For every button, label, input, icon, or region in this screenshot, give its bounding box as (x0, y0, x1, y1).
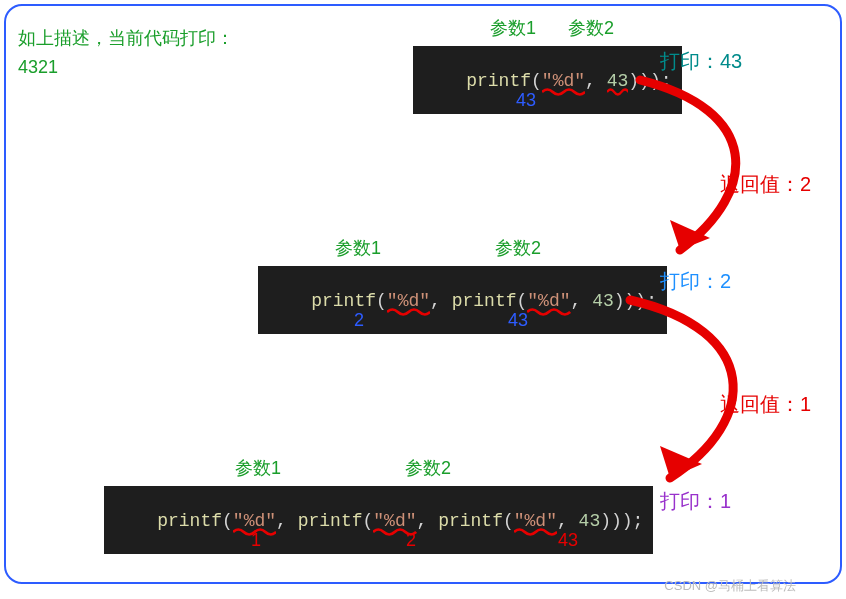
inner-printf-fn: printf (452, 291, 517, 311)
step1-return-value: 2 (800, 173, 811, 195)
step2-below-fmt: 2 (354, 310, 364, 331)
print-prefix: 打印： (660, 490, 720, 512)
step1-below: 43 (516, 90, 536, 111)
code-tail: ))); (614, 291, 657, 311)
step2-code: printf("%d", printf("%d", 43))); (258, 266, 667, 334)
step2-print-value: 2 (720, 270, 731, 292)
diagram-stage: 如上描述，当前代码打印： 4321 参数1 参数2 printf("%d", 4… (0, 0, 846, 599)
step3-param2-label: 参数2 (405, 456, 451, 480)
step3-below-3: 43 (558, 530, 578, 551)
step2-param2-label: 参数2 (495, 236, 541, 260)
return-prefix: 返回值： (720, 393, 800, 415)
code-tail: ))); (600, 511, 643, 531)
printf-fn1: printf (157, 511, 222, 531)
description-line1: 如上描述，当前代码打印： (18, 24, 234, 53)
step2-return-value: 1 (800, 393, 811, 415)
step2-return: 返回值：1 (720, 391, 811, 418)
printf-fn: printf (311, 291, 376, 311)
printf-fn: printf (466, 71, 531, 91)
step3-param1-label: 参数1 (235, 456, 281, 480)
step3-print-value: 1 (720, 490, 731, 512)
step2-print: 打印：2 (660, 268, 731, 295)
step1-param1-label: 参数1 (490, 16, 536, 40)
step2-param1-label: 参数1 (335, 236, 381, 260)
return-prefix: 返回值： (720, 173, 800, 195)
step3-print: 打印：1 (660, 488, 731, 515)
step1-print: 打印：43 (660, 48, 742, 75)
description-line2: 4321 (18, 53, 234, 82)
print-prefix: 打印： (660, 270, 720, 292)
printf-fn3: printf (438, 511, 503, 531)
printf-fn2: printf (298, 511, 363, 531)
arg: 43 (579, 511, 601, 531)
step3-below-1: 1 (251, 530, 261, 551)
step3-below-2: 2 (406, 530, 416, 551)
step2-below-arg: 43 (508, 310, 528, 331)
step1-return: 返回值：2 (720, 171, 811, 198)
description: 如上描述，当前代码打印： 4321 (18, 24, 234, 82)
step1-code: printf("%d", 43))); (413, 46, 682, 114)
step1-print-value: 43 (720, 50, 742, 72)
inner-arg: 43 (592, 291, 614, 311)
watermark: CSDN @马桶上看算法 (664, 577, 796, 595)
step1-param2-label: 参数2 (568, 16, 614, 40)
print-prefix: 打印： (660, 50, 720, 72)
